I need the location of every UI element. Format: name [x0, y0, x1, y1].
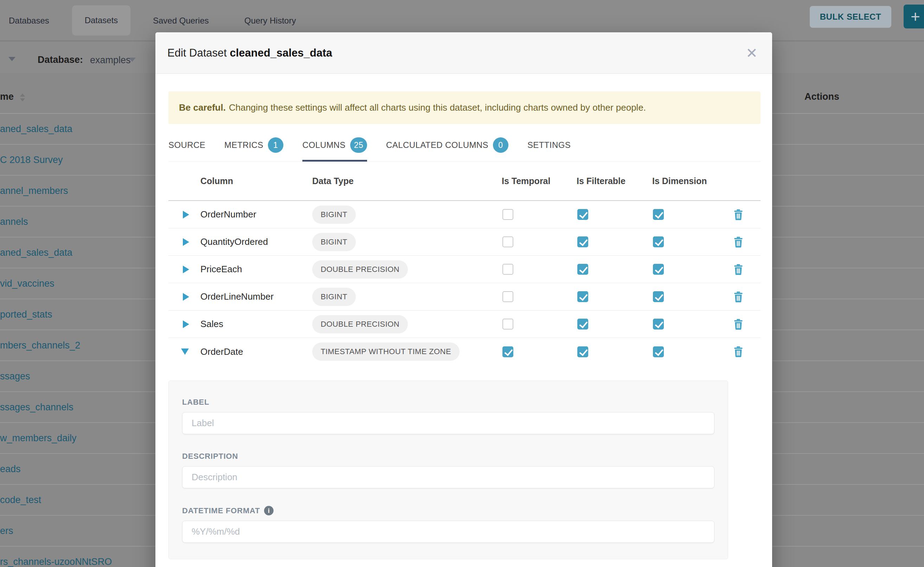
dataset-link[interactable]: aned_sales_data	[0, 248, 72, 258]
tab-label: COLUMNS	[302, 140, 346, 150]
trash-icon[interactable]	[733, 291, 743, 303]
columns-table: Column Data Type Is Temporal Is Filterab…	[169, 162, 760, 365]
count-badge: 25	[350, 137, 367, 153]
header-is-filterable: Is Filterable	[576, 176, 652, 186]
dataset-link[interactable]: eads	[0, 464, 21, 475]
is-dimension-checkbox[interactable]	[653, 319, 664, 330]
chevron-down-icon[interactable]	[8, 57, 15, 61]
count-badge: 0	[493, 137, 509, 153]
tab-source[interactable]: SOURCE	[169, 132, 205, 161]
is-dimension-checkbox[interactable]	[653, 264, 664, 275]
column-row: PriceEach DOUBLE PRECISION	[169, 256, 760, 283]
description-input[interactable]	[182, 466, 715, 488]
modal-title: Edit Dataset cleaned_sales_data	[167, 47, 332, 59]
dataset-link[interactable]: ssages	[0, 371, 30, 382]
tab-columns[interactable]: COLUMNS 25	[302, 132, 367, 161]
datetime-format-input[interactable]	[182, 520, 715, 543]
trash-icon[interactable]	[733, 264, 743, 275]
dataset-link[interactable]: vid_vaccines	[0, 278, 54, 289]
dataset-link[interactable]: rs_channels-uzooNNtSRO	[0, 556, 112, 567]
sort-desc-icon	[20, 98, 25, 102]
dataset-link[interactable]: ssages_channels	[0, 402, 74, 413]
column-editor-panel: LABEL DESCRIPTION DATETIME FORMAT i	[169, 381, 728, 559]
label-input[interactable]	[182, 412, 715, 434]
expand-caret-icon[interactable]	[183, 266, 189, 273]
tab-calculated-columns[interactable]: CALCULATED COLUMNS 0	[386, 132, 509, 161]
is-temporal-checkbox[interactable]	[503, 264, 513, 275]
modal-title-dataset-name: cleaned_sales_data	[230, 47, 332, 59]
column-name: OrderDate	[197, 346, 312, 357]
column-row: QuantityOrdered BIGINT	[169, 228, 760, 256]
warning-banner-text: Changing these settings will affect all …	[229, 102, 646, 113]
trash-icon[interactable]	[733, 319, 743, 330]
is-temporal-checkbox[interactable]	[503, 236, 513, 248]
header-data-type: Data Type	[312, 176, 502, 186]
expand-caret-icon[interactable]	[181, 348, 189, 355]
is-temporal-checkbox[interactable]	[503, 346, 513, 357]
plus-icon: +	[910, 7, 920, 26]
tab-label: METRICS	[224, 140, 263, 150]
close-icon[interactable]: ✕	[741, 32, 762, 74]
header-is-temporal: Is Temporal	[502, 176, 576, 186]
is-temporal-checkbox[interactable]	[503, 291, 513, 302]
is-filterable-checkbox[interactable]	[577, 264, 588, 275]
is-temporal-checkbox[interactable]	[503, 209, 513, 220]
actions-column-header: Actions	[804, 92, 839, 102]
column-name: PriceEach	[197, 264, 312, 275]
expand-caret-icon[interactable]	[183, 238, 189, 246]
column-row: OrderLineNumber BIGINT	[169, 283, 760, 310]
tab-label: SOURCE	[169, 140, 205, 150]
dataset-link[interactable]: code_test	[0, 495, 41, 506]
warning-banner-bold: Be careful.	[179, 102, 226, 113]
header-column: Column	[197, 176, 312, 186]
dataset-link[interactable]: mbers_channels_2	[0, 340, 80, 351]
tab-label: CALCULATED COLUMNS	[386, 140, 488, 150]
warning-banner: Be careful. Changing these settings will…	[169, 92, 760, 124]
sort-asc-icon	[20, 93, 25, 97]
expand-caret-icon[interactable]	[183, 320, 189, 328]
trash-icon[interactable]	[733, 346, 743, 357]
dataset-link[interactable]: ers	[0, 525, 14, 536]
dataset-link[interactable]: annel_members	[0, 186, 68, 196]
data-type-pill: DOUBLE PRECISION	[312, 315, 408, 333]
is-dimension-checkbox[interactable]	[653, 236, 664, 248]
chevron-down-icon[interactable]	[129, 58, 136, 62]
datetime-format-field-label: DATETIME FORMAT i	[182, 506, 715, 515]
dataset-link[interactable]: C 2018 Survey	[0, 154, 63, 165]
column-name: OrderNumber	[197, 209, 312, 220]
trash-icon[interactable]	[733, 209, 743, 220]
field-label-text: LABEL	[182, 398, 209, 407]
tab-settings[interactable]: SETTINGS	[527, 132, 570, 161]
dataset-link[interactable]: annels	[0, 216, 28, 227]
is-filterable-checkbox[interactable]	[577, 291, 588, 302]
is-dimension-checkbox[interactable]	[653, 209, 664, 220]
trash-icon[interactable]	[733, 236, 743, 248]
data-type-pill: BIGINT	[312, 288, 356, 306]
info-icon[interactable]: i	[264, 506, 274, 515]
column-row: Sales DOUBLE PRECISION	[169, 310, 760, 338]
sort-icon[interactable]	[20, 93, 25, 102]
nav-item-databases[interactable]: Databases	[9, 0, 49, 42]
is-filterable-checkbox[interactable]	[577, 209, 588, 220]
dataset-link[interactable]: aned_sales_data	[0, 124, 72, 135]
is-temporal-checkbox[interactable]	[503, 319, 513, 330]
expand-caret-icon[interactable]	[183, 293, 189, 301]
is-dimension-checkbox[interactable]	[653, 291, 664, 302]
add-dataset-button[interactable]: +	[904, 4, 924, 28]
data-type-pill: TIMESTAMP WITHOUT TIME ZONE	[312, 342, 459, 361]
dataset-link[interactable]: w_members_daily	[0, 433, 77, 444]
nav-item-datasets-active[interactable]: Datasets	[72, 5, 131, 36]
is-filterable-checkbox[interactable]	[577, 236, 588, 248]
data-type-pill: DOUBLE PRECISION	[312, 260, 408, 279]
is-filterable-checkbox[interactable]	[577, 319, 588, 330]
column-name: Sales	[197, 319, 312, 330]
is-filterable-checkbox[interactable]	[577, 346, 588, 357]
dataset-link[interactable]: ported_stats	[0, 309, 53, 320]
expand-caret-icon[interactable]	[183, 211, 189, 219]
is-dimension-checkbox[interactable]	[653, 346, 664, 357]
name-column-header[interactable]: me	[0, 92, 14, 102]
database-filter-select[interactable]: examples	[90, 55, 131, 66]
tab-metrics[interactable]: METRICS 1	[224, 132, 283, 161]
count-badge: 1	[268, 137, 283, 153]
bulk-select-button[interactable]: BULK SELECT	[810, 6, 891, 28]
